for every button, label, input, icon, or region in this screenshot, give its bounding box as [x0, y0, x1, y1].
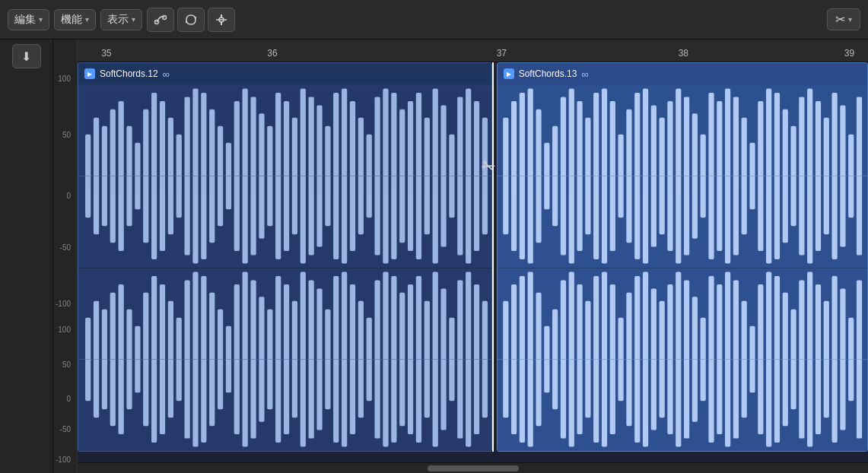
import-icon: ⬇	[21, 49, 31, 64]
y-label-0-top: 0	[66, 192, 74, 200]
menu-edit-label: 編集	[14, 13, 36, 27]
region-2-header: ▶ SoftChords.13 ∞	[498, 63, 867, 84]
region-1[interactable]: ▶ SoftChords.12 ∞	[78, 62, 492, 452]
import-button[interactable]: ⬇	[12, 44, 41, 68]
snap-icon	[215, 13, 228, 27]
y-label-50-bot: 50	[62, 360, 74, 369]
menu-functions-button[interactable]: 機能 ▾	[54, 9, 96, 30]
y-label-neg50-top: -50	[60, 243, 74, 252]
region-1-loop-icon: ∞	[163, 68, 170, 80]
scissors-tool-button[interactable]: ✂ ▾	[827, 8, 860, 30]
curve-tool-button[interactable]	[147, 8, 174, 32]
y-label-100-bot: 100	[58, 325, 74, 334]
ruler-mark-35: 35	[101, 48, 111, 59]
y-axis: 100 50 0 -50 -100 100 50 0 -50 -100	[53, 40, 78, 473]
y-label-neg100-bot: -100	[56, 456, 74, 464]
scissors-chevron: ▾	[848, 15, 852, 24]
menu-view-label: 表示	[107, 13, 129, 27]
toolbar: 編集 ▾ 機能 ▾ 表示 ▾	[0, 0, 868, 40]
side-panel: ⬇	[0, 40, 53, 473]
region-1-header: ▶ SoftChords.12 ∞	[78, 63, 491, 84]
tool-buttons	[147, 8, 235, 32]
region-2[interactable]: ▶ SoftChords.13 ∞	[497, 62, 868, 452]
waveform-container[interactable]: 35 36 37 38 39 ▶ SoftChords.12 ∞	[78, 40, 868, 473]
scrollbar-area[interactable]	[78, 462, 868, 473]
main-area: ⬇ 100 50 0 -50 -100 100 50 0 -50 -100 35…	[0, 40, 868, 473]
region-2-waveform-top	[498, 84, 867, 268]
ruler-mark-39: 39	[844, 48, 854, 59]
menu-view-button[interactable]: 表示 ▾	[100, 9, 142, 30]
ruler-mark-38: 38	[679, 48, 688, 59]
region-2-play-icon[interactable]: ▶	[504, 68, 514, 79]
region-2-waveform-bottom	[498, 268, 867, 451]
y-label-neg50-bot: -50	[60, 425, 74, 433]
y-label-neg100-top: -100	[56, 300, 74, 308]
menu-functions-label: 機能	[61, 13, 82, 27]
loop-icon	[184, 13, 198, 27]
menu-edit-button[interactable]: 編集 ▾	[8, 9, 49, 30]
y-label-0-bot: 0	[66, 395, 74, 403]
region-2-name: SoftChords.13	[519, 68, 577, 79]
loop-tool-button[interactable]	[177, 8, 205, 32]
menu-functions-chevron: ▾	[85, 15, 89, 24]
region-1-play-icon[interactable]: ▶	[84, 68, 95, 79]
ruler-mark-37: 37	[497, 48, 507, 59]
snap-tool-button[interactable]	[208, 8, 235, 32]
curve-icon	[154, 13, 167, 27]
ruler: 35 36 37 38 39	[78, 40, 868, 62]
menu-view-chevron: ▾	[132, 15, 135, 24]
channel-divider-1	[78, 268, 491, 268]
scissors-icon: ✂	[835, 12, 845, 27]
region-1-waveform-bottom	[78, 268, 491, 451]
y-label-50-top: 50	[62, 131, 74, 139]
region-1-name: SoftChords.12	[100, 68, 158, 79]
scrollbar-thumb[interactable]	[428, 465, 519, 471]
split-line	[492, 62, 494, 452]
regions-area: ▶ SoftChords.12 ∞	[78, 62, 868, 462]
menu-edit-chevron: ▾	[39, 15, 43, 24]
region-1-waveform-top	[78, 84, 491, 268]
channel-divider-2	[498, 268, 867, 268]
ruler-mark-36: 36	[267, 48, 277, 59]
region-2-loop-icon: ∞	[581, 68, 588, 80]
y-label-100-top: 100	[58, 75, 74, 83]
